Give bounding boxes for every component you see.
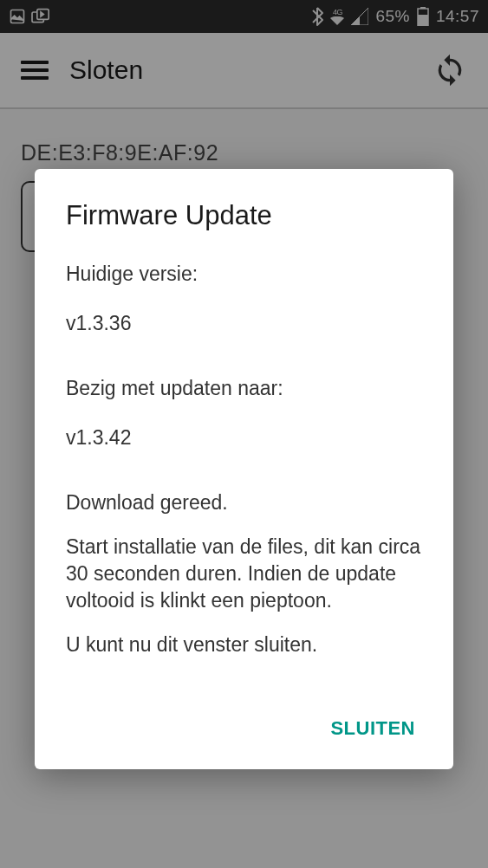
current-version-label: Huidige versie:	[66, 261, 422, 288]
firmware-update-dialog: Firmware Update Huidige versie: v1.3.36 …	[35, 169, 453, 769]
close-hint: U kunt nu dit venster sluiten.	[66, 632, 422, 658]
target-version-value: v1.3.42	[66, 424, 422, 451]
install-message: Start installatie van de files, dit kan …	[66, 534, 422, 614]
close-button[interactable]: SLUITEN	[323, 709, 422, 748]
dialog-body: Huidige versie: v1.3.36 Bezig met update…	[66, 261, 422, 681]
dialog-actions: SLUITEN	[66, 709, 422, 748]
dialog-title: Firmware Update	[66, 200, 422, 231]
target-version-label: Bezig met updaten naar:	[66, 375, 422, 402]
download-status: Download gereed.	[66, 489, 422, 516]
current-version-value: v1.3.36	[66, 310, 422, 337]
